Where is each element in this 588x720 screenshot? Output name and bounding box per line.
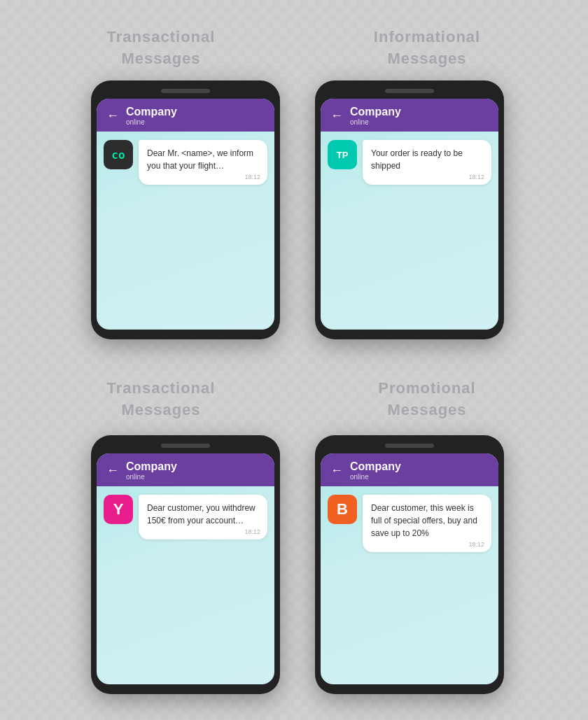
avatar-text: B (337, 500, 348, 518)
back-arrow-icon[interactable]: ← (106, 108, 119, 123)
message-bubble: Dear Mr. <name>, we inform you that your… (139, 140, 267, 185)
avatar-b: B (328, 495, 357, 524)
phone-frame: ← Company online co Dear Mr. <name>, we … (91, 80, 280, 339)
phone-body: Y Dear customer, you withdrew 150€ from … (97, 486, 274, 684)
message-row: Y Dear customer, you withdrew 150€ from … (104, 495, 267, 539)
message-row: co Dear Mr. <name>, we inform you that y… (104, 140, 267, 185)
phone-body: B Dear customer, this week is full of sp… (321, 486, 498, 684)
message-time: 18:12 (468, 173, 484, 183)
header-status: online (350, 473, 401, 481)
header-title: Company (126, 460, 177, 473)
back-arrow-icon[interactable]: ← (330, 463, 343, 478)
back-arrow-icon[interactable]: ← (106, 463, 119, 478)
message-time: 18:12 (244, 173, 260, 183)
header-info: Company online (126, 460, 177, 481)
avatar-text: Y (113, 500, 124, 518)
phone-body: co Dear Mr. <name>, we inform you that y… (97, 132, 274, 330)
phone-top-right: ← Company online TP Your order is ready … (315, 80, 504, 339)
message-text: Dear Mr. <name>, we inform you that your… (147, 148, 253, 171)
header-title: Company (350, 460, 401, 473)
message-bubble: Dear customer, you withdrew 150€ from yo… (139, 495, 267, 539)
avatar-text: co (111, 148, 125, 162)
label-bottom-left: TransactionalMessages (77, 378, 245, 421)
phone-bottom-left: ← Company online Y Dear customer, you wi… (91, 435, 280, 694)
phone-notch (385, 444, 434, 448)
label-top-left: TransactionalMessages (77, 27, 245, 70)
message-row: TP Your order is ready to be shipped 18:… (328, 140, 491, 185)
header-status: online (126, 118, 177, 126)
avatar-co: co (104, 140, 133, 169)
message-bubble: Your order is ready to be shipped 18:12 (363, 140, 491, 185)
header-title: Company (350, 106, 401, 118)
avatar-text: TP (337, 150, 349, 160)
phone-notch (385, 89, 434, 93)
label-top-right: InformationalMessages (343, 27, 511, 70)
phone-top-left: ← Company online co Dear Mr. <name>, we … (91, 80, 280, 339)
avatar-y: Y (104, 495, 133, 524)
message-text: Dear customer, you withdrew 150€ from yo… (147, 503, 255, 525)
phone-header: ← Company online (97, 453, 274, 486)
message-time: 18:12 (244, 528, 260, 537)
message-bubble: Dear customer, this week is full of spec… (363, 495, 491, 552)
header-info: Company online (350, 460, 401, 481)
phone-screen: ← Company online Y Dear customer, you wi… (97, 453, 274, 684)
phone-header: ← Company online (321, 99, 498, 132)
phone-notch (161, 444, 210, 448)
message-time: 18:12 (468, 540, 484, 550)
avatar-tp: TP (328, 140, 357, 169)
header-status: online (350, 118, 401, 126)
phone-frame: ← Company online Y Dear customer, you wi… (91, 435, 280, 694)
header-info: Company online (350, 106, 401, 126)
header-status: online (126, 473, 177, 481)
phone-frame: ← Company online TP Your order is ready … (315, 80, 504, 339)
message-row: B Dear customer, this week is full of sp… (328, 495, 491, 552)
back-arrow-icon[interactable]: ← (330, 108, 343, 123)
label-bottom-right: PromotionalMessages (343, 378, 511, 421)
header-info: Company online (126, 106, 177, 126)
phone-body: TP Your order is ready to be shipped 18:… (321, 132, 498, 330)
phone-frame: ← Company online B Dear customer, this w… (315, 435, 504, 694)
phone-bottom-right: ← Company online B Dear customer, this w… (315, 435, 504, 694)
phone-header: ← Company online (97, 99, 274, 132)
phone-screen: ← Company online B Dear customer, this w… (321, 453, 498, 684)
phone-header: ← Company online (321, 453, 498, 486)
message-text: Your order is ready to be shipped (371, 148, 463, 171)
phone-screen: ← Company online co Dear Mr. <name>, we … (97, 99, 274, 330)
phone-notch (161, 89, 210, 93)
message-text: Dear customer, this week is full of spec… (371, 503, 477, 538)
phone-screen: ← Company online TP Your order is ready … (321, 99, 498, 330)
header-title: Company (126, 106, 177, 118)
